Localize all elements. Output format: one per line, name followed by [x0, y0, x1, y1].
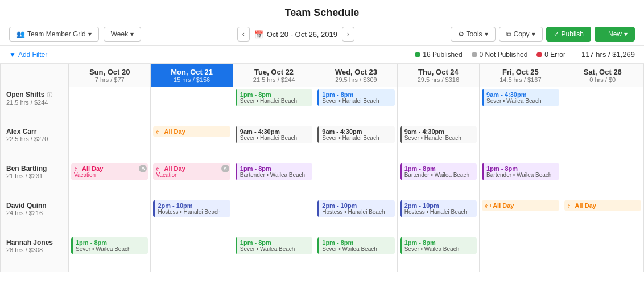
cell-ben-fri[interactable]: 1pm - 8pm Bartender • Wailea Beach	[480, 161, 562, 198]
copy-button[interactable]: ⧉ Copy ▾	[499, 27, 543, 42]
cell-david-wed[interactable]: 2pm - 10pm Hostess • Hanalei Beach	[315, 198, 397, 235]
cell-ben-mon[interactable]: 🏷 All Day Vacation A	[151, 161, 233, 198]
prev-week-button[interactable]: ‹	[237, 27, 250, 42]
shift-open-fri[interactable]: 9am - 4:30pm Sever • Wailea Beach	[482, 89, 559, 106]
cell-hannah-sat[interactable]	[562, 235, 643, 272]
all-day-david-sat[interactable]: 🏷 All Day	[564, 200, 641, 211]
shift-ben-fri[interactable]: 1pm - 8pm Bartender • Wailea Beach	[482, 163, 559, 180]
plus-icon: +	[602, 30, 606, 38]
shift-open-wed[interactable]: 1pm - 8pm Sever • Hanalei Beach	[317, 89, 394, 106]
cell-hannah-mon[interactable]	[151, 235, 233, 272]
header-thu: Thu, Oct 24 29.5 hrs / $316	[397, 64, 479, 87]
cell-hannah-fri[interactable]	[480, 235, 562, 272]
users-icon: 👥	[16, 30, 25, 38]
header-fri: Fri, Oct 25 14.5 hrs / $167	[480, 64, 562, 87]
header-wed: Wed, Oct 23 29.5 hrs / $309	[315, 64, 397, 87]
cell-alex-wed[interactable]: 9am - 4:30pm Sever • Hanalei Beach	[315, 124, 397, 161]
shift-hannah-sun[interactable]: 1pm - 8pm Sever • Wailea Beach	[71, 237, 148, 254]
cell-david-mon[interactable]: 2pm - 10pm Hostess • Hanalei Beach	[151, 198, 233, 235]
row-header-open-shifts: Open Shifts ⓘ 21.5 hrs / $244	[1, 87, 69, 124]
cell-ben-wed[interactable]	[315, 161, 397, 198]
cell-alex-sun[interactable]	[69, 124, 151, 161]
cell-alex-fri[interactable]	[480, 124, 562, 161]
vacation-ben-sun[interactable]: 🏷 All Day Vacation A	[71, 163, 148, 180]
cell-open-sun[interactable]	[69, 87, 151, 124]
header-mon: Mon, Oct 21 15 hrs / $156	[151, 64, 233, 87]
not-published-dot	[472, 52, 477, 57]
cell-ben-sun[interactable]: 🏷 All Day Vacation A	[69, 161, 151, 198]
shift-david-thu[interactable]: 2pm - 10pm Hostess • Hanalei Beach	[400, 200, 477, 217]
cell-alex-sat[interactable]	[562, 124, 643, 161]
badge-a-sun: A	[139, 165, 147, 172]
add-filter-button[interactable]: ▼ Add Filter	[9, 51, 47, 59]
all-day-david-fri[interactable]: 🏷 All Day	[482, 200, 559, 211]
new-button[interactable]: + New ▾	[595, 27, 635, 42]
vacation-ben-mon[interactable]: 🏷 All Day Vacation A	[153, 163, 230, 180]
published-dot	[415, 52, 420, 57]
all-day-alex-mon[interactable]: 🏷 All Day	[153, 126, 230, 137]
cell-ben-sat[interactable]	[562, 161, 643, 198]
header-tue: Tue, Oct 22 21.5 hrs / $244	[233, 64, 315, 87]
chevron-down-icon: ▾	[485, 30, 488, 38]
shift-hannah-wed[interactable]: 1pm - 8pm Sever • Wailea Beach	[317, 237, 394, 254]
shift-hannah-tue[interactable]: 1pm - 8pm Sever • Wailea Beach	[236, 237, 312, 254]
cell-david-sat[interactable]: 🏷 All Day	[562, 198, 643, 235]
toolbar-right: ⚙ Tools ▾ ⧉ Copy ▾ ✓ Publish + New ▾	[451, 27, 635, 42]
cell-hannah-wed[interactable]: 1pm - 8pm Sever • Wailea Beach	[315, 235, 397, 272]
cell-hannah-sun[interactable]: 1pm - 8pm Sever • Wailea Beach	[69, 235, 151, 272]
cell-david-sun[interactable]	[69, 198, 151, 235]
row-header-ben: Ben Bartling 21 hrs / $231	[1, 161, 69, 198]
publish-button[interactable]: ✓ Publish	[546, 27, 591, 42]
table-row: Ben Bartling 21 hrs / $231 🏷 All Day Vac…	[1, 161, 644, 198]
cell-david-thu[interactable]: 2pm - 10pm Hostess • Hanalei Beach	[397, 198, 479, 235]
chevron-down-icon: ▾	[532, 30, 535, 38]
tools-button[interactable]: ⚙ Tools ▾	[451, 27, 496, 42]
next-week-button[interactable]: ›	[342, 27, 354, 42]
cell-open-mon[interactable]	[151, 87, 233, 124]
cell-ben-thu[interactable]: 1pm - 8pm Bartender • Wailea Beach	[397, 161, 479, 198]
shift-open-tue[interactable]: 1pm - 8pm Sever • Hanalei Beach	[236, 89, 312, 106]
shift-alex-wed[interactable]: 9am - 4:30pm Sever • Hanalei Beach	[317, 126, 394, 143]
chevron-down-icon: ▾	[130, 30, 134, 38]
table-header: Sun, Oct 20 7 hrs / $77 Mon, Oct 21 15 h…	[1, 64, 644, 87]
chevron-down-icon: ▾	[88, 30, 92, 38]
error-stat: 0 Error	[536, 51, 565, 59]
copy-icon: ⧉	[506, 30, 511, 38]
table-body: Open Shifts ⓘ 21.5 hrs / $244 1pm - 8pm …	[1, 87, 644, 272]
filter-bar: ▼ Add Filter 16 Published 0 Not Publishe…	[0, 46, 644, 64]
shift-alex-thu[interactable]: 9am - 4:30pm Sever • Hanalei Beach	[400, 126, 477, 143]
schedule-table: Sun, Oct 20 7 hrs / $77 Mon, Oct 21 15 h…	[0, 64, 644, 272]
cell-hannah-thu[interactable]: 1pm - 8pm Sever • Wailea Beach	[397, 235, 479, 272]
cell-open-wed[interactable]: 1pm - 8pm Sever • Hanalei Beach	[315, 87, 397, 124]
table-row: David Quinn 24 hrs / $216 2pm - 10pm Hos…	[1, 198, 644, 235]
table-row: Open Shifts ⓘ 21.5 hrs / $244 1pm - 8pm …	[1, 87, 644, 124]
cell-open-sat[interactable]	[562, 87, 643, 124]
toolbar-left: 👥 Team Member Grid ▾ Week ▾	[9, 27, 141, 42]
calendar-icon: 📅	[254, 30, 263, 39]
not-published-stat: 0 Not Published	[472, 51, 528, 59]
cell-alex-mon[interactable]: 🏷 All Day	[151, 124, 233, 161]
cell-alex-tue[interactable]: 9am - 4:30pm Sever • Hanalei Beach	[233, 124, 315, 161]
shift-ben-thu[interactable]: 1pm - 8pm Bartender • Wailea Beach	[400, 163, 477, 180]
stats-bar: 16 Published 0 Not Published 0 Error 117…	[415, 50, 635, 59]
cell-alex-thu[interactable]: 9am - 4:30pm Sever • Hanalei Beach	[397, 124, 479, 161]
cell-ben-tue[interactable]: 1pm - 8pm Bartender • Wailea Beach	[233, 161, 315, 198]
published-stat: 16 Published	[415, 51, 462, 59]
toolbar-center: ‹ 📅 Oct 20 - Oct 26, 2019 ›	[146, 27, 445, 42]
check-icon: ✓	[554, 30, 559, 38]
cell-open-thu[interactable]	[397, 87, 479, 124]
row-header-hannah: Hannah Jones 28 hrs / $308	[1, 235, 69, 272]
shift-hannah-thu[interactable]: 1pm - 8pm Sever • Wailea Beach	[400, 237, 477, 254]
toolbar: 👥 Team Member Grid ▾ Week ▾ ‹ 📅 Oct 20 -…	[0, 23, 644, 46]
shift-david-mon[interactable]: 2pm - 10pm Hostess • Hanalei Beach	[153, 200, 230, 217]
cell-david-fri[interactable]: 🏷 All Day	[480, 198, 562, 235]
cell-open-tue[interactable]: 1pm - 8pm Sever • Hanalei Beach	[233, 87, 315, 124]
shift-alex-tue[interactable]: 9am - 4:30pm Sever • Hanalei Beach	[236, 126, 312, 143]
cell-open-fri[interactable]: 9am - 4:30pm Sever • Wailea Beach	[480, 87, 562, 124]
shift-ben-tue[interactable]: 1pm - 8pm Bartender • Wailea Beach	[236, 163, 312, 180]
week-button[interactable]: Week ▾	[104, 27, 141, 42]
team-member-grid-button[interactable]: 👥 Team Member Grid ▾	[9, 27, 99, 42]
shift-david-wed[interactable]: 2pm - 10pm Hostess • Hanalei Beach	[317, 200, 394, 217]
cell-david-tue[interactable]	[233, 198, 315, 235]
cell-hannah-tue[interactable]: 1pm - 8pm Sever • Wailea Beach	[233, 235, 315, 272]
